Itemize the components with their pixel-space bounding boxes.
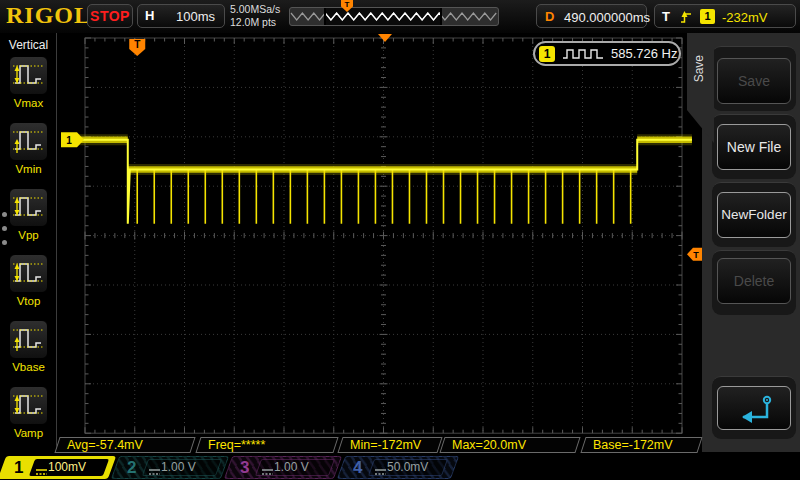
channel-status-bar: 1100mV21.00 V31.00 V450.0mV bbox=[0, 453, 800, 480]
measurement-text: Base=-172mV bbox=[584, 438, 699, 452]
vpp-icon bbox=[9, 188, 48, 227]
svg-text:1: 1 bbox=[66, 135, 72, 146]
ch1-waveform bbox=[61, 140, 692, 224]
channel-number: 2 bbox=[127, 458, 136, 478]
trigger-position-marker[interactable]: T bbox=[129, 39, 145, 56]
channel-2-badge[interactable]: 21.00 V bbox=[115, 456, 225, 479]
measurement-avg: Avg=-57.4mV bbox=[54, 437, 195, 453]
measurement-text: Max=20.0mV bbox=[443, 438, 577, 452]
delay-value: 490.000000ms bbox=[564, 10, 650, 25]
softkey-label: Save bbox=[738, 73, 770, 89]
measure-sidebar: Vertical VmaxVminVppVtopVbaseVamp bbox=[0, 33, 57, 452]
trigger-status-box[interactable]: T 1 -232mV bbox=[654, 4, 796, 28]
trigger-level-value: -232mV bbox=[722, 10, 768, 25]
sidebar-item-label: Vmax bbox=[0, 97, 57, 109]
menu-scroll-dots bbox=[2, 203, 7, 254]
run-state-indicator: STOP bbox=[87, 4, 133, 28]
measurement-text: Avg=-57.4mV bbox=[58, 438, 192, 452]
horizontal-label: H bbox=[145, 8, 154, 23]
trigger-label: T bbox=[662, 9, 670, 24]
softkey-label: Delete bbox=[734, 273, 774, 289]
dc-coupling-icon bbox=[262, 463, 273, 480]
dc-coupling-icon bbox=[36, 463, 47, 480]
measurement-freq: Freq=***** bbox=[195, 437, 338, 453]
newfolder-button[interactable]: NewFolder bbox=[717, 192, 791, 238]
sidebar-item-label: Vamp bbox=[0, 427, 57, 439]
dc-coupling-icon bbox=[375, 463, 386, 480]
frequency-counter-badge: 1 585.726 Hz bbox=[533, 41, 681, 66]
sample-rate: 5.00MSa/s bbox=[230, 3, 280, 16]
svg-text:T: T bbox=[134, 39, 140, 50]
new-file-button[interactable]: New File bbox=[717, 124, 791, 170]
sidebar-item-label: Vmin bbox=[0, 163, 57, 175]
measurement-base: Base=-172mV bbox=[580, 437, 702, 453]
rigol-logo: RIGOL bbox=[6, 2, 91, 29]
menu-tab-label: Save bbox=[692, 55, 706, 82]
sidebar-item-label: Vpp bbox=[0, 229, 57, 241]
dc-coupling-icon bbox=[149, 463, 160, 480]
channel-scale-value: 100mV bbox=[48, 460, 86, 474]
top-status-bar: RIGOL STOP H 100ms 5.00MSa/s 12.0M pts T… bbox=[0, 0, 800, 34]
oscilloscope-screen: RIGOL STOP H 100ms 5.00MSa/s 12.0M pts T… bbox=[0, 0, 800, 480]
memory-depth: 12.0M pts bbox=[230, 16, 280, 29]
svg-text:T: T bbox=[693, 250, 699, 260]
channel-4-badge[interactable]: 450.0mV bbox=[341, 456, 455, 479]
measurement-max: Max=20.0mV bbox=[439, 437, 580, 453]
vbase-icon bbox=[9, 320, 48, 359]
return-arrow-button[interactable] bbox=[717, 386, 791, 430]
waveform-position-bar[interactable] bbox=[289, 7, 499, 26]
measurement-text: Freq=***** bbox=[199, 438, 335, 452]
timebase-value: 100ms bbox=[176, 9, 215, 24]
run-state-label: STOP bbox=[90, 8, 130, 24]
vtop-icon bbox=[9, 254, 48, 293]
waveform-preview bbox=[290, 8, 498, 25]
graticule-plot-area: 1TT bbox=[57, 33, 703, 453]
save-button[interactable]: Save bbox=[717, 58, 791, 104]
vmax-icon bbox=[9, 56, 48, 95]
vamp-icon bbox=[9, 386, 48, 425]
channel-scale-value: 1.00 V bbox=[161, 460, 196, 474]
sidebar-item-label: Vbase bbox=[0, 361, 57, 373]
sample-rate-readout: 5.00MSa/s 12.0M pts bbox=[230, 3, 280, 29]
channel-scale-value: 50.0mV bbox=[387, 460, 428, 474]
measurement-text: Min=-172mV bbox=[341, 438, 439, 452]
delete-button[interactable]: Delete bbox=[717, 258, 791, 304]
trigger-source-badge: 1 bbox=[700, 9, 715, 24]
freq-counter-value: 585.726 Hz bbox=[611, 46, 678, 61]
square-wave-icon bbox=[561, 47, 605, 61]
channel-number: 1 bbox=[14, 458, 23, 478]
channel-scale-value: 1.00 V bbox=[274, 460, 309, 474]
channel-number: 4 bbox=[353, 458, 362, 478]
rising-edge-icon bbox=[680, 8, 692, 25]
horizontal-timebase-box[interactable]: H 100ms bbox=[137, 4, 225, 28]
sidebar-title: Vertical bbox=[0, 38, 57, 52]
channel-number: 3 bbox=[240, 458, 249, 478]
channel-3-badge[interactable]: 31.00 V bbox=[228, 456, 338, 479]
measurement-min: Min=-172mV bbox=[337, 437, 442, 453]
return-arrow-icon bbox=[730, 390, 778, 428]
trigger-level-marker[interactable]: T bbox=[687, 248, 702, 261]
horizontal-delay-box[interactable]: D 490.000000ms bbox=[536, 4, 647, 28]
delay-label: D bbox=[545, 9, 554, 24]
vmin-icon bbox=[9, 122, 48, 161]
channel-1-badge[interactable]: 1100mV bbox=[2, 456, 112, 479]
softkey-label: NewFolder bbox=[721, 207, 786, 222]
freq-counter-channel-badge: 1 bbox=[539, 46, 555, 62]
sidebar-item-label: Vtop bbox=[0, 295, 57, 307]
softkey-label: New File bbox=[727, 139, 781, 155]
